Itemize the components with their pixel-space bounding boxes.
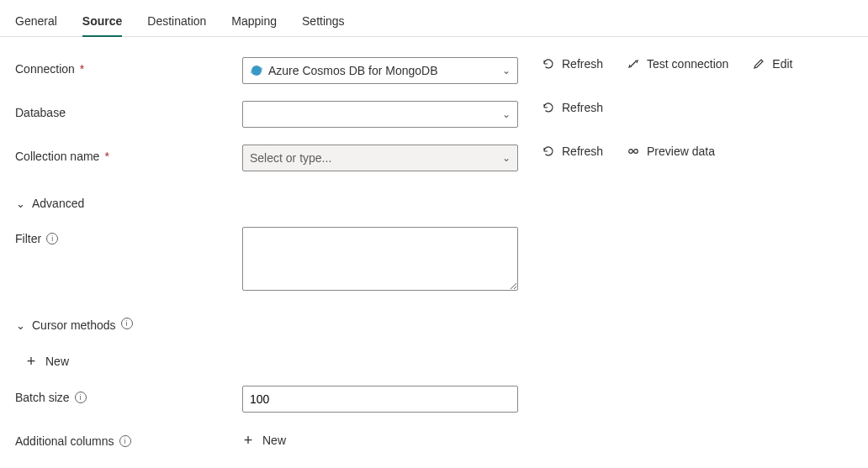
- svg-point-0: [251, 66, 262, 76]
- new-cursor-method-button[interactable]: + New: [25, 354, 69, 369]
- info-icon[interactable]: i: [75, 392, 87, 403]
- chevron-down-icon: ⌄: [502, 152, 511, 164]
- chevron-down-icon: ⌄: [15, 197, 25, 210]
- info-icon[interactable]: i: [119, 435, 131, 447]
- cursor-methods-label: Cursor methods: [32, 318, 116, 332]
- refresh-collection-button[interactable]: Refresh: [542, 145, 603, 158]
- tab-destination[interactable]: Destination: [147, 6, 206, 36]
- filter-input[interactable]: [242, 227, 518, 291]
- tabs-bar: General Source Destination Mapping Setti…: [0, 0, 868, 37]
- tab-settings[interactable]: Settings: [302, 6, 345, 36]
- refresh-label: Refresh: [562, 57, 603, 71]
- new-label: New: [262, 434, 286, 447]
- database-select[interactable]: ⌄: [242, 101, 518, 128]
- form-area: Connection * Azure Cosmos DB for MongoDB…: [0, 37, 868, 448]
- preview-label: Preview data: [647, 145, 715, 158]
- filter-label: Filter: [15, 232, 41, 245]
- plus-icon: +: [242, 433, 254, 448]
- info-icon[interactable]: i: [46, 233, 58, 245]
- database-label: Database: [15, 106, 66, 119]
- preview-data-button[interactable]: Preview data: [627, 145, 715, 158]
- required-marker: *: [80, 62, 84, 76]
- cosmos-db-icon: [250, 64, 263, 77]
- batch-size-label: Batch size: [15, 391, 70, 404]
- refresh-icon: [542, 145, 555, 158]
- chevron-down-icon: ⌄: [15, 319, 25, 332]
- refresh-icon: [542, 101, 555, 114]
- test-connection-label: Test connection: [647, 57, 728, 71]
- refresh-icon: [542, 57, 555, 71]
- cursor-methods-toggle[interactable]: ⌄ Cursor methods: [15, 315, 116, 332]
- connection-select[interactable]: Azure Cosmos DB for MongoDB ⌄: [242, 57, 518, 84]
- required-marker: *: [104, 150, 108, 163]
- collection-placeholder: Select or type...: [250, 151, 502, 165]
- refresh-database-button[interactable]: Refresh: [542, 101, 603, 114]
- batch-size-input[interactable]: [242, 386, 518, 413]
- connection-label: Connection: [15, 62, 75, 76]
- connection-value: Azure Cosmos DB for MongoDB: [268, 64, 502, 77]
- advanced-label: Advanced: [32, 197, 84, 210]
- new-label: New: [45, 355, 69, 368]
- edit-connection-button[interactable]: Edit: [752, 57, 792, 71]
- collection-select[interactable]: Select or type... ⌄: [242, 145, 518, 171]
- edit-label: Edit: [772, 57, 792, 71]
- tab-source[interactable]: Source: [82, 6, 122, 36]
- test-connection-button[interactable]: Test connection: [627, 57, 728, 71]
- advanced-toggle[interactable]: ⌄ Advanced: [15, 193, 84, 210]
- svg-point-2: [629, 150, 633, 154]
- tab-mapping[interactable]: Mapping: [231, 6, 277, 36]
- refresh-label: Refresh: [562, 101, 603, 114]
- additional-columns-label: Additional columns: [15, 434, 114, 448]
- preview-icon: [627, 145, 640, 158]
- tab-general[interactable]: General: [15, 6, 57, 36]
- collection-label: Collection name: [15, 150, 99, 163]
- chevron-down-icon: ⌄: [502, 65, 511, 76]
- refresh-label: Refresh: [562, 145, 603, 158]
- svg-point-3: [634, 150, 638, 154]
- chevron-down-icon: ⌄: [502, 108, 511, 120]
- new-additional-column-button[interactable]: + New: [242, 433, 286, 448]
- plus-icon: +: [25, 354, 37, 369]
- info-icon[interactable]: i: [121, 318, 133, 329]
- edit-icon: [752, 57, 765, 71]
- refresh-connection-button[interactable]: Refresh: [542, 57, 603, 71]
- test-connection-icon: [627, 57, 640, 71]
